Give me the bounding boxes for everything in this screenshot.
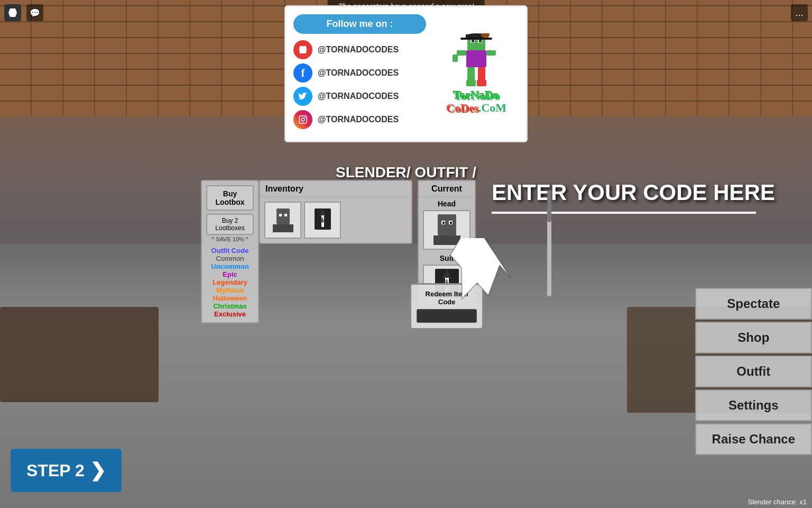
more-options-button[interactable]: ... (791, 4, 808, 21)
facebook-row: f @TORNADOCODES (293, 64, 426, 83)
svg-rect-23 (273, 224, 293, 232)
social-card-character: TorNaDo CoDes.CoM (434, 14, 519, 133)
category-mythical[interactable]: Mythical (206, 286, 254, 294)
svg-point-4 (304, 117, 306, 118)
lootbox-panel: Buy Lootbox Buy 2 Lootboxes ^ SAVE 10% ^… (201, 180, 259, 323)
inventory-header: Inventory (260, 181, 411, 197)
scroll-thumb[interactable] (547, 190, 551, 222)
roblox-logo-button[interactable] (4, 4, 21, 21)
inventory-scrollbar[interactable] (547, 190, 551, 296)
svg-point-3 (301, 118, 304, 121)
roblox-row: @TORNADOCODES (293, 40, 426, 59)
spectate-button[interactable]: Spectate (695, 288, 812, 320)
tornado-codes-logo: TorNaDo CoDes.CoM (446, 89, 506, 114)
svg-rect-22 (276, 208, 290, 224)
shop-button[interactable]: Shop (695, 322, 812, 353)
inventory-panel: Inventory (259, 180, 412, 244)
platform-left (0, 307, 159, 402)
category-common[interactable]: Common (206, 255, 254, 262)
category-epic[interactable]: Epic (206, 270, 254, 278)
svg-rect-19 (478, 67, 485, 82)
category-legendary[interactable]: Legendary (206, 278, 254, 286)
roblox-platform-icon (293, 40, 312, 59)
inventory-items-grid (260, 197, 411, 243)
inventory-item-slender-head[interactable] (264, 202, 301, 239)
svg-rect-35 (450, 222, 452, 224)
category-outfit-code[interactable]: Outfit Code (206, 247, 254, 255)
social-card: Follow me on : @TORNADOCODES f @TORNADOC… (284, 5, 528, 142)
facebook-handle: @TORNADOCODES (318, 68, 399, 78)
raise-chance-button[interactable]: Raise Chance (695, 423, 812, 455)
svg-rect-25 (284, 214, 287, 216)
svg-rect-12 (460, 38, 492, 40)
settings-button[interactable]: Settings (695, 389, 812, 421)
enter-code-area: ENTER YOUR CODE HERE (481, 180, 812, 214)
current-header: Current (419, 181, 475, 197)
enter-code-label: ENTER YOUR CODE HERE (492, 180, 775, 205)
social-links-section: Follow me on : @TORNADOCODES f @TORNADOC… (293, 14, 426, 133)
svg-rect-34 (442, 222, 445, 224)
category-uncommon[interactable]: Uncommon (206, 262, 254, 270)
svg-rect-21 (477, 80, 486, 86)
twitter-platform-icon (293, 87, 312, 106)
category-exclusive[interactable]: Exclusive (206, 310, 254, 318)
svg-rect-16 (486, 50, 496, 56)
svg-rect-14 (466, 50, 486, 67)
character-illustration (447, 33, 505, 89)
svg-marker-41 (449, 238, 527, 302)
svg-rect-30 (438, 214, 456, 235)
svg-rect-17 (453, 55, 458, 62)
svg-rect-18 (467, 67, 475, 82)
right-buttons-panel: Spectate Shop Outfit Settings Raise Chan… (695, 288, 812, 455)
svg-rect-8 (472, 40, 474, 42)
facebook-platform-icon: f (293, 64, 312, 83)
slender-chance-status: Slender chance: x1 (748, 498, 807, 506)
redeem-input[interactable] (417, 309, 477, 323)
svg-marker-0 (8, 8, 17, 17)
ellipsis-icon: ... (795, 7, 803, 19)
svg-rect-9 (479, 40, 482, 42)
buy-2-lootboxes-button[interactable]: Buy 2 Lootboxes (206, 214, 254, 235)
step-arrow-icon: ❯ (90, 459, 106, 482)
roblox-icon (4, 4, 21, 21)
step-badge: STEP 2 ❯ (11, 449, 122, 492)
category-christmas[interactable]: Christmas (206, 302, 254, 310)
roblox-handle: @TORNADOCODES (318, 45, 399, 55)
twitter-handle: @TORNADOCODES (318, 92, 399, 101)
arrow-indicator (449, 238, 545, 302)
instagram-row: @TORNADOCODES (293, 110, 426, 129)
chat-icon: 💬 (30, 8, 40, 18)
step-label: STEP 2 (26, 461, 85, 480)
svg-rect-24 (279, 214, 282, 216)
svg-rect-2 (299, 116, 307, 123)
buy-lootbox-button[interactable]: Buy Lootbox (206, 185, 254, 211)
category-halloween[interactable]: Halloween (206, 294, 254, 302)
instagram-platform-icon (293, 110, 312, 129)
twitter-row: @TORNADOCODES (293, 87, 426, 106)
head-slot-label: Head (419, 197, 475, 210)
outfit-title: SLENDER/ OUTFIT / (336, 164, 476, 181)
svg-rect-20 (466, 80, 476, 86)
chat-button[interactable]: 💬 (26, 4, 43, 21)
svg-rect-15 (457, 50, 466, 56)
instagram-handle: @TORNADOCODES (318, 115, 399, 124)
svg-marker-1 (299, 46, 307, 53)
enter-code-underline (492, 212, 756, 214)
save-text: ^ SAVE 10% ^ (206, 236, 254, 242)
outfit-button[interactable]: Outfit (695, 356, 812, 387)
inventory-item-slender-suit[interactable] (304, 202, 341, 239)
outfit-categories: Outfit Code Common Uncommon Epic Legenda… (206, 247, 254, 318)
follow-button[interactable]: Follow me on : (293, 14, 426, 34)
